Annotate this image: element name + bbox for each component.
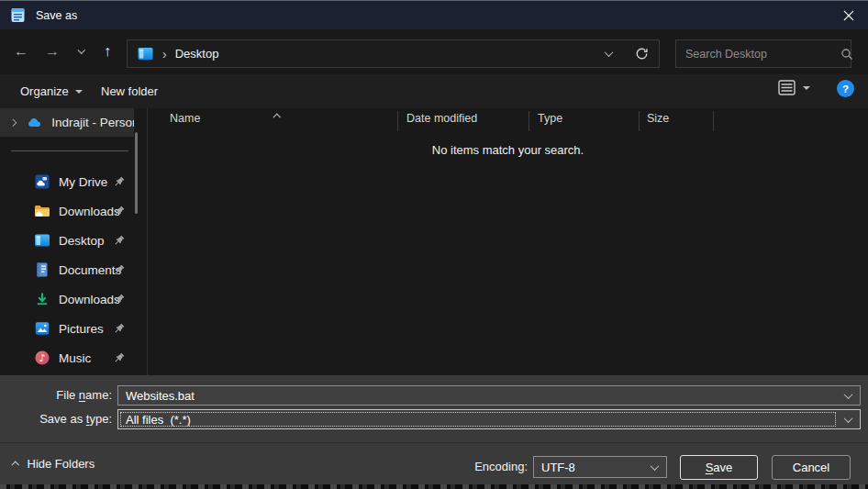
view-dropdown-icon xyxy=(803,86,810,90)
help-icon[interactable]: ? xyxy=(837,80,854,97)
save-as-type-label: Save as type: xyxy=(0,412,112,426)
empty-list-message: No items match your search. xyxy=(148,143,868,157)
sidebar-item-label: Downloads xyxy=(59,205,120,218)
sidebar-item-label: My Drive xyxy=(59,175,107,189)
forward-icon[interactable]: → xyxy=(39,38,66,65)
cloud-folder-icon xyxy=(33,202,51,220)
sidebar-item-downloads[interactable]: Downloads xyxy=(0,284,134,314)
music-icon: ♪ xyxy=(33,349,51,367)
save-button[interactable]: Save xyxy=(680,455,758,480)
pin-icon[interactable] xyxy=(113,176,125,188)
column-separator[interactable] xyxy=(397,111,398,131)
sidebar-item-my-drive[interactable]: My Drive xyxy=(0,167,134,196)
document-icon xyxy=(33,261,51,279)
sidebar-item-music[interactable]: ♪ Music xyxy=(0,343,134,372)
save-as-type-value: All files (*.*) xyxy=(118,413,836,427)
screen-edge-artifact xyxy=(0,484,868,489)
music-note-glyph: ♪ xyxy=(39,352,45,364)
address-dropdown-chevron-icon[interactable] xyxy=(593,40,624,67)
organize-button[interactable]: Organize xyxy=(11,78,92,105)
sidebar-item-label: Desktop xyxy=(59,234,105,248)
pin-icon[interactable] xyxy=(113,206,125,217)
footer-bar: Hide Folders Encoding: UTF-8 Save Cancel xyxy=(0,442,868,485)
pin-icon[interactable] xyxy=(113,294,125,306)
sidebar-scrollbar-thumb[interactable] xyxy=(135,132,138,214)
recent-locations-chevron-icon[interactable] xyxy=(68,38,95,65)
cancel-button[interactable]: Cancel xyxy=(772,455,851,480)
back-icon[interactable]: ← xyxy=(7,38,35,65)
pictures-icon xyxy=(33,319,51,338)
chevron-up-icon xyxy=(12,461,19,469)
onedrive-cloud-icon xyxy=(26,114,44,132)
sidebar-item-label: Indrajit - Person xyxy=(51,116,134,129)
titlebar[interactable]: Save as xyxy=(0,1,868,29)
window-title: Save as xyxy=(36,9,77,22)
encoding-value: UTF-8 xyxy=(534,461,642,474)
fields-panel: File name: Save as type: All files (*.*) xyxy=(0,375,868,442)
organize-dropdown-icon xyxy=(75,90,83,94)
breadcrumb-chevron-icon: › xyxy=(162,48,167,61)
sidebar-item-documents[interactable]: Documents xyxy=(0,255,134,284)
notepad-app-icon xyxy=(10,7,26,23)
list-view-icon xyxy=(778,80,796,95)
pin-icon[interactable] xyxy=(113,235,125,247)
column-header-name[interactable]: Name xyxy=(170,112,200,125)
pin-icon[interactable] xyxy=(113,264,125,276)
file-name-dropdown-chevron-icon[interactable] xyxy=(836,386,860,405)
search-input[interactable] xyxy=(676,48,840,61)
sidebar-item-downloads-cloud[interactable]: Downloads xyxy=(0,196,134,226)
column-header-date-modified[interactable]: Date modified xyxy=(406,112,477,125)
my-drive-icon xyxy=(33,172,51,191)
view-options-button[interactable] xyxy=(778,80,810,95)
pin-icon[interactable] xyxy=(113,352,125,364)
sidebar-item-label: Downloads xyxy=(59,293,120,306)
address-bar[interactable]: › Desktop xyxy=(127,39,660,68)
organize-label: Organize xyxy=(20,84,69,98)
column-header-type[interactable]: Type xyxy=(538,112,562,125)
download-arrow-icon xyxy=(33,290,51,308)
column-separator[interactable] xyxy=(639,111,640,131)
new-folder-label: New folder xyxy=(101,84,158,98)
save-as-type-dropdown-chevron-icon[interactable] xyxy=(836,410,860,428)
file-name-label: File name: xyxy=(0,388,112,402)
sidebar-item-desktop[interactable]: Desktop xyxy=(0,226,134,255)
command-bar: Organize New folder ? xyxy=(0,74,868,108)
breadcrumb-location[interactable]: Desktop xyxy=(175,47,219,61)
file-name-combobox xyxy=(117,385,861,406)
new-folder-button[interactable]: New folder xyxy=(92,78,167,105)
desktop-location-icon xyxy=(138,47,153,61)
pin-icon[interactable] xyxy=(113,323,125,335)
navigation-bar: ← → ↑ › Desktop xyxy=(0,29,868,74)
column-separator[interactable] xyxy=(529,111,529,131)
expand-chevron-icon[interactable] xyxy=(0,120,26,126)
search-icon[interactable] xyxy=(840,40,853,67)
content-area: Indrajit - Person My Drive xyxy=(0,108,868,375)
hide-folders-button[interactable]: Hide Folders xyxy=(13,457,95,471)
sort-ascending-caret-icon xyxy=(274,106,280,122)
save-as-dialog: Save as ← → ↑ › Desktop xyxy=(0,0,868,489)
sidebar-item-onedrive[interactable]: Indrajit - Person xyxy=(0,108,134,137)
close-icon[interactable] xyxy=(829,1,868,29)
search-box xyxy=(675,39,851,68)
sidebar: Indrajit - Person My Drive xyxy=(0,108,147,375)
refresh-icon[interactable] xyxy=(624,40,659,67)
sidebar-item-label: Music xyxy=(59,351,91,365)
save-as-type-combobox[interactable]: All files (*.*) xyxy=(117,409,861,429)
file-list: Name Date modified Type Size No items ma… xyxy=(148,108,868,375)
sidebar-item-label: Pictures xyxy=(59,322,104,336)
encoding-combobox[interactable]: UTF-8 xyxy=(533,456,667,478)
hide-folders-label: Hide Folders xyxy=(28,457,95,471)
column-header-size[interactable]: Size xyxy=(647,112,669,125)
sidebar-item-pictures[interactable]: Pictures xyxy=(0,314,134,343)
sidebar-divider xyxy=(11,150,128,151)
column-separator[interactable] xyxy=(713,111,714,131)
encoding-label: Encoding: xyxy=(417,460,528,473)
desktop-icon xyxy=(33,231,51,250)
encoding-dropdown-chevron-icon[interactable] xyxy=(642,457,666,477)
up-one-level-icon[interactable]: ↑ xyxy=(94,38,121,65)
file-name-input[interactable] xyxy=(118,389,836,403)
